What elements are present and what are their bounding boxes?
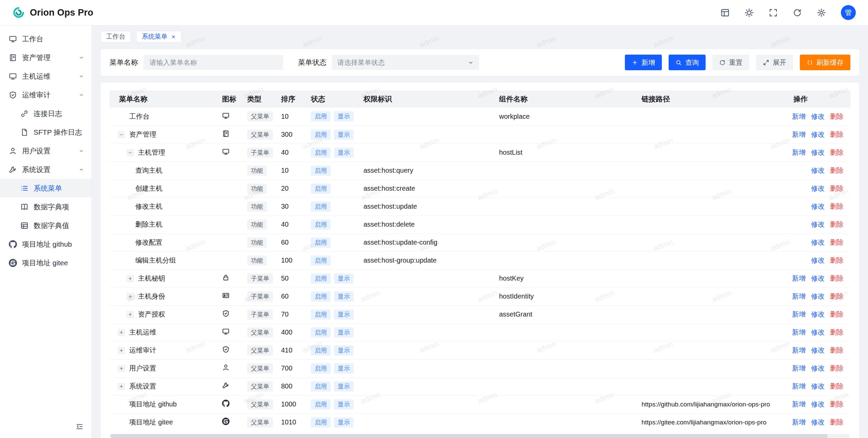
row-action-edit[interactable]: 修改 bbox=[811, 167, 825, 174]
row-action-delete[interactable]: 删除 bbox=[830, 310, 844, 318]
collapse-sidebar-button[interactable] bbox=[76, 423, 83, 433]
row-action-add[interactable]: 新增 bbox=[792, 274, 806, 282]
sidebar-item-label: 运维审计 bbox=[22, 90, 51, 100]
theme-button[interactable] bbox=[745, 8, 754, 17]
reset-button[interactable]: 重置 bbox=[712, 55, 749, 70]
sidebar-item-project-github[interactable]: 项目地址 github bbox=[0, 235, 92, 253]
expand-row-button[interactable] bbox=[118, 365, 125, 372]
row-action-add[interactable]: 新增 bbox=[792, 382, 806, 390]
expand-row-button[interactable] bbox=[118, 383, 125, 390]
refresh-cache-button[interactable]: 刷新缓存 bbox=[800, 55, 850, 70]
row-action-edit[interactable]: 修改 bbox=[811, 149, 825, 156]
cell-permission bbox=[363, 359, 498, 377]
row-action-delete[interactable]: 删除 bbox=[830, 131, 844, 138]
row-action-edit[interactable]: 修改 bbox=[811, 256, 825, 264]
row-action-delete[interactable]: 删除 bbox=[830, 113, 844, 120]
row-action-delete[interactable]: 删除 bbox=[830, 292, 844, 300]
sidebar-item-dict-values[interactable]: 数据字典值 bbox=[0, 216, 92, 235]
row-action-edit[interactable]: 修改 bbox=[811, 382, 825, 390]
row-action-edit[interactable]: 修改 bbox=[811, 274, 825, 282]
sidebar-item-user-settings[interactable]: 用户设置 bbox=[0, 141, 92, 160]
row-action-edit[interactable]: 修改 bbox=[811, 346, 825, 354]
cell-status: 启用 bbox=[310, 161, 363, 179]
row-action-delete[interactable]: 删除 bbox=[830, 185, 844, 192]
row-action-edit[interactable]: 修改 bbox=[811, 239, 825, 246]
row-action-delete[interactable]: 删除 bbox=[830, 364, 844, 372]
row-action-edit[interactable]: 修改 bbox=[811, 364, 825, 372]
user-avatar[interactable]: 管 bbox=[841, 5, 856, 20]
type-tag: 子菜单 bbox=[247, 273, 273, 284]
sidebar-item-workbench[interactable]: 工作台 bbox=[0, 30, 92, 48]
cell-actions: 修改删除 bbox=[780, 161, 850, 179]
collapse-row-button[interactable] bbox=[126, 149, 134, 156]
row-action-delete[interactable]: 删除 bbox=[830, 203, 844, 210]
row-action-delete[interactable]: 删除 bbox=[830, 382, 844, 390]
expand-button[interactable]: 展开 bbox=[756, 55, 793, 70]
sidebar-item-system-menu[interactable]: 系统菜单 bbox=[0, 179, 92, 197]
reload-button[interactable] bbox=[793, 8, 802, 17]
row-action-edit[interactable]: 修改 bbox=[811, 418, 825, 426]
row-action-add[interactable]: 新增 bbox=[792, 149, 806, 156]
row-action-edit[interactable]: 修改 bbox=[811, 185, 825, 192]
row-action-edit[interactable]: 修改 bbox=[811, 203, 825, 210]
table-row: 主机秘钥子菜单50启用显示hostKey新增修改删除 bbox=[110, 269, 850, 287]
expand-row-button[interactable] bbox=[126, 275, 134, 282]
table-row: 查询主机功能10启用asset:host:query修改删除 bbox=[110, 161, 850, 179]
widget-button[interactable] bbox=[721, 8, 730, 17]
sidebar-item-sftp-log[interactable]: SFTP 操作日志 bbox=[0, 123, 92, 141]
tab-workbench[interactable]: 工作台 bbox=[101, 31, 131, 42]
add-button[interactable]: 新增 bbox=[625, 55, 662, 70]
row-action-edit[interactable]: 修改 bbox=[811, 131, 825, 138]
row-action-delete[interactable]: 删除 bbox=[830, 221, 844, 228]
row-action-add[interactable]: 新增 bbox=[792, 113, 806, 120]
expander-spacer bbox=[118, 419, 125, 426]
row-action-add[interactable]: 新增 bbox=[792, 364, 806, 372]
row-action-edit[interactable]: 修改 bbox=[811, 328, 825, 336]
row-action-delete[interactable]: 删除 bbox=[830, 400, 844, 408]
scrollbar-thumb[interactable] bbox=[110, 434, 828, 438]
fullscreen-button[interactable] bbox=[769, 8, 778, 17]
row-action-add[interactable]: 新增 bbox=[792, 328, 806, 336]
sidebar-item-label: 项目地址 gitee bbox=[22, 258, 68, 268]
row-action-add[interactable]: 新增 bbox=[792, 292, 806, 300]
row-action-edit[interactable]: 修改 bbox=[811, 310, 825, 318]
row-action-add[interactable]: 新增 bbox=[792, 131, 806, 138]
expand-row-button[interactable] bbox=[118, 347, 125, 354]
expand-row-button[interactable] bbox=[126, 293, 134, 300]
row-action-delete[interactable]: 删除 bbox=[830, 239, 844, 246]
expand-row-button[interactable] bbox=[118, 329, 125, 336]
query-button[interactable]: 查询 bbox=[669, 55, 706, 70]
row-action-delete[interactable]: 删除 bbox=[830, 149, 844, 156]
row-action-edit[interactable]: 修改 bbox=[811, 113, 825, 120]
menu-name-input[interactable] bbox=[143, 55, 283, 70]
collapse-row-button[interactable] bbox=[118, 131, 125, 138]
horizontal-scrollbar[interactable] bbox=[110, 434, 850, 438]
button-label: 展开 bbox=[773, 58, 786, 67]
row-action-delete[interactable]: 删除 bbox=[830, 328, 844, 336]
tab-system-menu[interactable]: 系统菜单 bbox=[136, 31, 181, 42]
settings-button[interactable] bbox=[817, 8, 826, 17]
row-action-edit[interactable]: 修改 bbox=[811, 221, 825, 228]
sidebar-item-connect-log[interactable]: 连接日志 bbox=[0, 104, 92, 123]
menu-status-select[interactable]: 请选择菜单状态 bbox=[332, 55, 479, 70]
expand-row-button[interactable] bbox=[126, 311, 134, 318]
row-action-add[interactable]: 新增 bbox=[792, 346, 806, 354]
sidebar-item-project-gitee[interactable]: 项目地址 gitee bbox=[0, 253, 92, 272]
row-action-edit[interactable]: 修改 bbox=[811, 400, 825, 408]
status-tag: 启用 bbox=[311, 363, 331, 374]
row-action-add[interactable]: 新增 bbox=[792, 310, 806, 318]
sidebar-item-system-settings[interactable]: 系统设置 bbox=[0, 160, 92, 179]
row-action-delete[interactable]: 删除 bbox=[830, 346, 844, 354]
sidebar-item-dict-keys[interactable]: 数据字典项 bbox=[0, 197, 92, 216]
row-action-delete[interactable]: 删除 bbox=[830, 167, 844, 174]
row-action-delete[interactable]: 删除 bbox=[830, 418, 844, 426]
sidebar-item-asset-management[interactable]: 资产管理 bbox=[0, 48, 92, 67]
row-action-edit[interactable]: 修改 bbox=[811, 292, 825, 300]
cell-link bbox=[641, 197, 780, 215]
sidebar-item-ops-audit[interactable]: 运维审计 bbox=[0, 85, 92, 104]
row-action-add[interactable]: 新增 bbox=[792, 418, 806, 426]
row-action-add[interactable]: 新增 bbox=[792, 400, 806, 408]
row-action-delete[interactable]: 删除 bbox=[830, 256, 844, 264]
row-action-delete[interactable]: 删除 bbox=[830, 274, 844, 282]
sidebar-item-host-ops[interactable]: 主机运维 bbox=[0, 67, 92, 85]
